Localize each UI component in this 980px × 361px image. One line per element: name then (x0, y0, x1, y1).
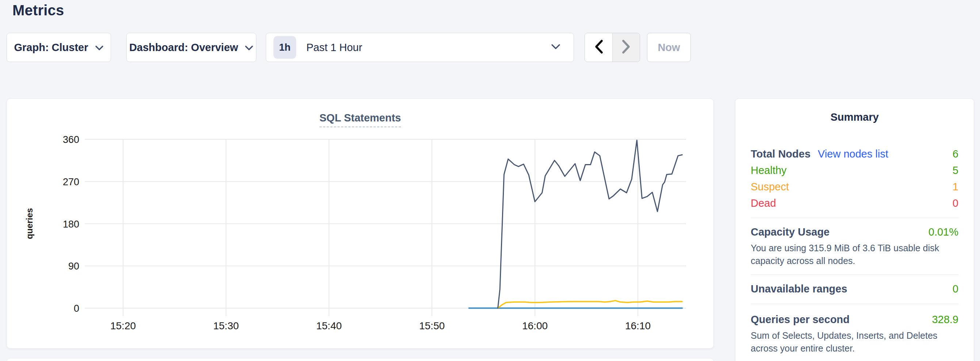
suspect-nodes-row: Suspect 1 (751, 179, 958, 195)
capacity-usage-label: Capacity Usage (751, 226, 830, 238)
svg-text:15:20: 15:20 (110, 320, 136, 331)
chevron-right-icon (622, 40, 631, 55)
capacity-usage-row: Capacity Usage 0.01% (751, 224, 958, 240)
capacity-usage-value: 0.01% (929, 226, 958, 238)
svg-text:0: 0 (74, 303, 79, 314)
svg-text:270: 270 (63, 176, 79, 187)
unavailable-ranges-value: 0 (953, 283, 958, 295)
suspect-value: 1 (953, 181, 958, 193)
toolbar: Graph: Cluster Dashboard: Overview 1h Pa… (0, 33, 980, 62)
sql-statements-card: SQL Statements 09018027036015:2015:3015:… (6, 98, 714, 348)
sql-statements-chart[interactable]: 09018027036015:2015:3015:4015:5016:0016:… (7, 99, 714, 349)
healthy-label: Healthy (751, 165, 786, 176)
dead-label: Dead (751, 197, 776, 209)
healthy-nodes-row: Healthy 5 (751, 162, 958, 179)
time-range-select[interactable]: 1h Past 1 Hour (266, 33, 574, 62)
divider (751, 304, 958, 304)
dead-value: 0 (953, 197, 958, 209)
unavailable-ranges-label: Unavailable ranges (751, 283, 847, 295)
dashboard-dropdown[interactable]: Dashboard: Overview (126, 33, 256, 62)
time-range-label: Past 1 Hour (306, 41, 362, 54)
graph-dropdown[interactable]: Graph: Cluster (6, 33, 111, 62)
svg-text:15:30: 15:30 (213, 320, 239, 331)
dashboard-dropdown-label: Dashboard: Overview (129, 41, 238, 54)
now-button[interactable]: Now (647, 33, 691, 62)
svg-text:180: 180 (63, 219, 79, 230)
queries-per-second-label: Queries per second (751, 314, 850, 326)
svg-text:16:10: 16:10 (625, 320, 651, 331)
next-chart-card-edge (6, 358, 714, 361)
metrics-page: Metrics Graph: Cluster Dashboard: Overvi… (0, 0, 980, 361)
chevron-down-icon (551, 44, 560, 51)
next-time-button[interactable] (612, 33, 640, 62)
summary-title: Summary (735, 99, 974, 123)
view-nodes-list-link[interactable]: View nodes list (818, 148, 888, 160)
queries-per-second-row: Queries per second 328.9 (751, 311, 958, 328)
total-nodes-label: Total Nodes (751, 148, 811, 160)
svg-text:15:40: 15:40 (316, 320, 342, 331)
divider (751, 275, 958, 275)
svg-text:16:00: 16:00 (522, 320, 548, 331)
svg-text:queries: queries (24, 208, 34, 239)
page-title: Metrics (13, 2, 64, 19)
prev-time-button[interactable] (585, 33, 612, 62)
queries-per-second-value: 328.9 (932, 314, 958, 326)
unavailable-ranges-row: Unavailable ranges 0 (751, 281, 958, 297)
dead-nodes-row: Dead 0 (751, 195, 958, 212)
capacity-usage-desc: You are using 315.9 MiB of 3.6 TiB usabl… (751, 242, 958, 267)
queries-per-second-desc: Sum of Selects, Updates, Inserts, and De… (751, 329, 958, 355)
chevron-down-icon (95, 41, 104, 54)
chevron-left-icon (594, 40, 603, 55)
svg-text:90: 90 (68, 261, 79, 272)
suspect-label: Suspect (751, 181, 789, 193)
healthy-value: 5 (953, 165, 958, 176)
svg-text:15:50: 15:50 (419, 320, 445, 331)
total-nodes-row: Total Nodes View nodes list 6 (751, 146, 958, 162)
chevron-down-icon (245, 41, 253, 54)
summary-panel: Summary Total Nodes View nodes list 6 He… (735, 98, 974, 361)
divider (751, 218, 958, 218)
summary-body: Total Nodes View nodes list 6 Healthy 5 … (735, 146, 974, 355)
graph-dropdown-label: Graph: Cluster (14, 41, 88, 54)
svg-text:360: 360 (63, 134, 79, 145)
time-pager (585, 33, 640, 62)
time-range-badge: 1h (274, 36, 296, 59)
total-nodes-value: 6 (953, 148, 958, 160)
